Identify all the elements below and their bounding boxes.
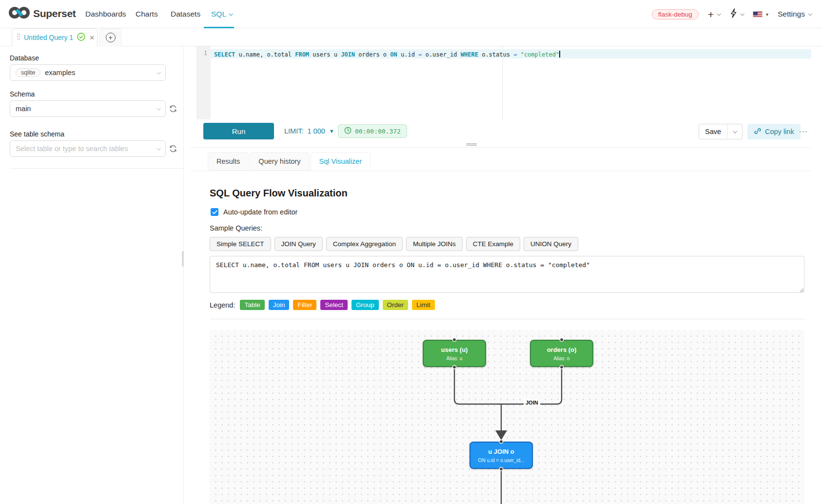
schema-select[interactable]: main: [10, 100, 166, 117]
edge-label-join: JOIN: [524, 399, 540, 406]
table-select-placeholder: Select table or type to search tables: [16, 145, 153, 153]
text-cursor: [559, 51, 560, 58]
query-saved-check-icon: [77, 33, 85, 43]
tab-results[interactable]: Results: [208, 152, 249, 171]
nav-item-datasets[interactable]: Datasets: [171, 0, 200, 28]
schema-value: main: [16, 105, 153, 113]
page-title: SQL Query Flow Visualization: [210, 188, 348, 199]
superset-logo[interactable]: Superset: [8, 6, 76, 21]
sample-union-query-button[interactable]: UNION Query: [524, 237, 578, 251]
sql-editor[interactable]: 1 SELECT u.name, o.total FROM users u JO…: [196, 46, 811, 119]
checkbox-checked-icon: [211, 208, 218, 216]
db-engine-badge: sqlite: [16, 68, 40, 77]
flow-canvas[interactable]: users (u) Alias: u orders (o) Alias: o u…: [210, 330, 804, 504]
chevron-down-icon: [157, 146, 160, 150]
nav-item-dashboards[interactable]: Dashboards: [85, 0, 126, 28]
sqllab-sidebar: Database sqlite examples Schema main See…: [0, 46, 184, 504]
refresh-schemas-button[interactable]: [169, 104, 177, 113]
legend: Legend: Table Join Filter Select Group O…: [210, 300, 435, 310]
query-search-menu[interactable]: [729, 8, 744, 20]
chevron-down-icon: [740, 12, 744, 16]
settings-menu[interactable]: Settings: [778, 10, 811, 19]
environment-tag: flask-debug: [652, 9, 699, 19]
link-icon: [754, 127, 762, 136]
nav-item-charts[interactable]: Charts: [136, 0, 158, 28]
copy-link-button[interactable]: Copy link: [747, 124, 801, 139]
plus-circle-icon: +: [106, 33, 116, 42]
legend-chip-order: Order: [383, 300, 409, 310]
plus-icon: +: [708, 9, 714, 19]
superset-infinity-icon: [8, 6, 30, 21]
query-tabstrip: Untitled Query 1 ✕ +: [0, 28, 822, 46]
database-value: examples: [45, 69, 153, 77]
tab-sql-visualizer[interactable]: Sql Visualizer: [311, 152, 371, 171]
flow-node-users[interactable]: users (u) Alias: u: [423, 340, 486, 367]
new-item-menu[interactable]: +: [708, 9, 720, 19]
run-button[interactable]: Run: [203, 123, 274, 139]
save-button-group: Save: [699, 124, 743, 139]
sidebar-resize-handle[interactable]: [182, 251, 184, 267]
database-label: Database: [10, 54, 39, 62]
sql-code-line: SELECT u.name, o.total FROM users u JOIN…: [214, 51, 560, 58]
node-handles: [210, 330, 804, 504]
chevron-down-icon: [717, 12, 721, 16]
flow-edges: [210, 330, 804, 504]
sample-complex-aggregation-button[interactable]: Complex Aggregation: [326, 237, 403, 251]
legend-chip-filter: Filter: [293, 300, 316, 310]
table-schema-label: See table schema: [10, 130, 64, 138]
sample-join-query-button[interactable]: JOIN Query: [274, 237, 323, 251]
clock-icon: [344, 127, 352, 136]
sample-multiple-joins-button[interactable]: Multiple JOINs: [406, 237, 463, 251]
database-select[interactable]: sqlite examples: [10, 64, 166, 81]
chevron-down-icon: [808, 12, 812, 16]
table-select[interactable]: Select table or type to search tables: [10, 140, 166, 157]
limit-value: 1 000: [307, 127, 325, 135]
sample-simple-select-button[interactable]: Simple SELECT: [210, 237, 271, 251]
query-tab-untitled-query-1[interactable]: Untitled Query 1 ✕: [12, 28, 98, 46]
tabs-bottom-border: [190, 171, 811, 171]
more-options-button[interactable]: ⋯: [799, 126, 808, 137]
save-button[interactable]: Save: [699, 124, 727, 139]
legend-chip-join: Join: [269, 300, 290, 310]
caret-down-icon: ▼: [329, 128, 334, 134]
us-flag-icon: [753, 11, 763, 18]
limit-label: LIMIT:: [284, 127, 303, 135]
tab-query-history[interactable]: Query history: [250, 152, 309, 171]
chevron-down-icon: [157, 70, 160, 74]
sample-cte-example-button[interactable]: CTE Example: [466, 237, 520, 251]
caret-down-icon: ▾: [766, 12, 768, 17]
schema-label: Schema: [10, 90, 35, 98]
save-options-button[interactable]: [727, 124, 742, 139]
chevron-down-icon: [157, 106, 160, 110]
query-timer: 00:00:00.372: [338, 124, 407, 138]
navbar: Superset Dashboards Charts Datasets SQL …: [0, 0, 822, 28]
pane-divider: [190, 147, 811, 148]
language-picker[interactable]: ▾: [753, 11, 768, 18]
sidebar-divider: [10, 168, 184, 169]
tab-close-icon[interactable]: ✕: [89, 34, 95, 41]
tab-title: Untitled Query 1: [24, 34, 73, 41]
active-nav-underline: [204, 27, 234, 28]
sample-query-buttons: Simple SELECT JOIN Query Complex Aggrega…: [210, 237, 578, 251]
auto-update-checkbox[interactable]: Auto-update from editor: [211, 208, 297, 216]
drag-handle-icon: [17, 33, 20, 42]
superset-sql-lab: Superset Dashboards Charts Datasets SQL …: [0, 0, 822, 504]
legend-chip-table: Table: [240, 300, 264, 310]
nav-item-sql[interactable]: SQL: [211, 0, 232, 28]
query-input[interactable]: SELECT u.name, o.total FROM users u JOIN…: [210, 256, 804, 293]
flow-node-join[interactable]: u JOIN o ON u.id = o.user_id...: [470, 442, 533, 469]
sample-queries-label: Sample Queries:: [210, 224, 262, 232]
legend-label: Legend:: [210, 301, 235, 309]
limit-dropdown[interactable]: LIMIT: 1 000 ▼: [284, 123, 334, 139]
legend-chip-limit: Limit: [412, 300, 435, 310]
lightning-icon: [729, 8, 737, 20]
chevron-down-icon: [733, 129, 737, 133]
timer-value: 00:00:00.372: [355, 128, 401, 135]
line-number: 1: [204, 50, 207, 57]
legend-chip-group: Group: [352, 300, 379, 310]
add-tab-button[interactable]: +: [99, 28, 121, 46]
pane-resize-handle[interactable]: [466, 143, 477, 147]
refresh-tables-button[interactable]: [169, 144, 177, 153]
auto-update-label: Auto-update from editor: [223, 208, 297, 216]
flow-node-orders[interactable]: orders (o) Alias: o: [530, 340, 593, 367]
